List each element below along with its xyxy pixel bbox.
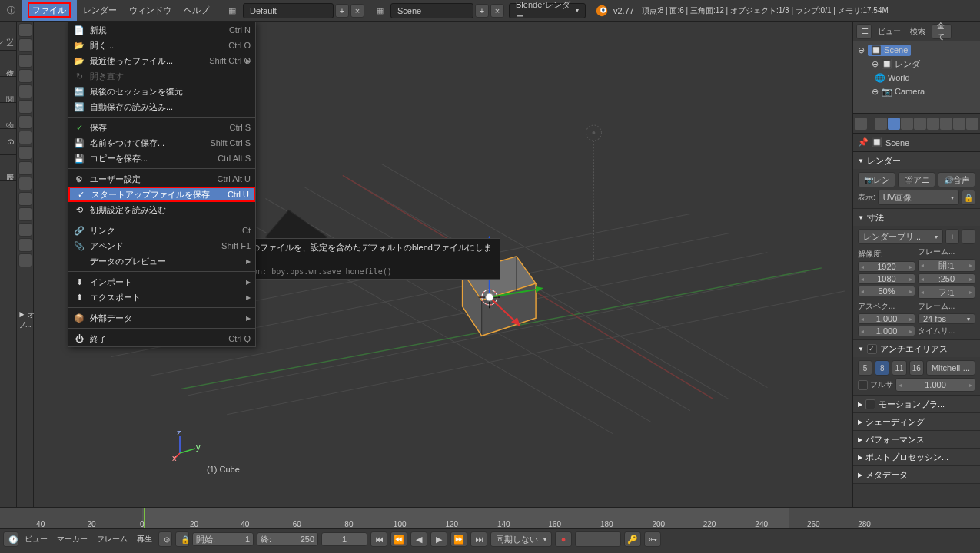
timeline-editor-icon[interactable]: 🕐 — [3, 531, 18, 547]
tool-button[interactable] — [18, 207, 32, 221]
engine-dropdown[interactable]: Blenderレンダー▾ — [509, 3, 586, 18]
preset-add[interactable]: + — [945, 229, 959, 244]
panel-header-performance[interactable]: ▶パフォーマンス — [853, 431, 980, 448]
tool-button[interactable] — [18, 100, 32, 114]
menu-item-external[interactable]: 📦外部データ▶ — [68, 310, 255, 326]
menu-item-export[interactable]: ⬆エクスポート▶ — [68, 290, 255, 305]
keyframe-next-button[interactable]: ⏩ — [450, 531, 467, 547]
sync-dropdown[interactable]: 同期しない▾ — [490, 531, 552, 547]
tab-relations[interactable]: 関 — [0, 77, 16, 103]
frame-start-field[interactable]: ◂開: 1▸ — [918, 259, 975, 272]
menu-item-save[interactable]: ✓保存Ctrl S — [68, 120, 255, 135]
res-y-field[interactable]: ◂1080▸ — [858, 273, 915, 284]
timeline-ruler[interactable]: -40 -20 0 20 40 60 80 100 120 140 160 18… — [0, 508, 980, 529]
fullsample-checkbox[interactable] — [858, 380, 868, 390]
tool-button[interactable] — [18, 253, 32, 267]
res-percent-field[interactable]: ◂50%▸ — [858, 286, 915, 296]
menu-item-new[interactable]: 📄新規Ctrl N — [68, 22, 255, 38]
props-tab-render[interactable] — [875, 118, 887, 130]
outliner-editor-icon[interactable]: ☰ — [856, 24, 872, 39]
outliner[interactable]: ⊖🔲 Scene ⊕🔲 レンダ 🌐 World ⊕📷 Camera — [853, 41, 980, 114]
tool-button[interactable] — [18, 23, 32, 37]
props-tab-data[interactable] — [966, 118, 978, 130]
menu-item-import[interactable]: ⬇インポート▶ — [68, 274, 255, 290]
tl-range-icon[interactable]: ⊙ — [158, 531, 172, 547]
tool-button[interactable] — [18, 223, 32, 237]
tool-button[interactable] — [18, 131, 32, 144]
aa-size-field[interactable]: ◂1.000▸ — [895, 378, 975, 392]
tool-button[interactable] — [18, 115, 32, 129]
menu-item-load-factory[interactable]: ⟲初期設定を読み込む — [68, 202, 255, 217]
tool-button[interactable] — [18, 192, 32, 206]
res-x-field[interactable]: ◂1920▸ — [858, 261, 915, 272]
tl-playback[interactable]: 再生 — [134, 534, 155, 545]
play-button[interactable]: ▶ — [430, 531, 447, 547]
outliner-view[interactable]: ビュー — [875, 26, 904, 37]
tool-button[interactable] — [18, 38, 32, 52]
scene-browse-icon[interactable]: ▦ — [370, 2, 389, 20]
lock-interface[interactable]: 🔒 — [962, 190, 975, 205]
tool-button[interactable] — [18, 177, 32, 190]
aa-checkbox[interactable] — [867, 344, 877, 354]
tab-history[interactable]: 履歴 — [0, 155, 16, 181]
aa-11[interactable]: 11 — [892, 360, 906, 376]
layout-field[interactable]: Default — [243, 3, 334, 18]
panel-header-aa[interactable]: ▼アンチエイリアス — [853, 340, 980, 357]
menu-item-user-prefs[interactable]: ⚙ユーザー設定Ctrl Alt U — [68, 171, 255, 187]
tl-marker[interactable]: マーカー — [54, 534, 91, 545]
menu-item-append[interactable]: 📎アペンドShift F1 — [68, 238, 255, 253]
editor-type-icon[interactable]: ⓘ — [2, 2, 20, 20]
menu-item-link[interactable]: 🔗リンクCt — [68, 223, 255, 238]
props-tab-world[interactable] — [914, 118, 926, 130]
jump-end-button[interactable]: ⏭ — [470, 531, 487, 547]
menu-item-data-preview[interactable]: データのプレビュー▶ — [68, 253, 255, 269]
menu-item-recent[interactable]: 📂最近使ったファイル...Shift Ctrl O▶ — [68, 53, 255, 68]
aa-16[interactable]: 16 — [909, 360, 924, 376]
outliner-row-world[interactable]: 🌐 World — [855, 71, 978, 84]
outliner-filter[interactable]: 全て — [932, 24, 952, 39]
panel-header-postproc[interactable]: ▶ポストプロセッシン... — [853, 449, 980, 465]
tl-view[interactable]: ビュー — [22, 534, 51, 545]
aa-5[interactable]: 5 — [858, 360, 872, 376]
key-delete-button[interactable]: 🗝 — [644, 531, 661, 547]
layout-browse-icon[interactable]: ▦ — [223, 2, 241, 20]
current-frame-field[interactable]: 1 — [321, 532, 367, 546]
menu-item-save-as[interactable]: 💾名前をつけて保存...Shift Ctrl S — [68, 135, 255, 151]
tool-button[interactable] — [18, 238, 32, 252]
props-tab-render-layers[interactable] — [888, 118, 900, 130]
props-tab-modifiers[interactable] — [953, 118, 965, 130]
render-preset-dropdown[interactable]: レンダープリ...▾ — [858, 229, 943, 244]
render-anim-button[interactable]: 🎬アニ — [898, 172, 935, 187]
layout-add-button[interactable]: + — [335, 4, 349, 18]
scene-remove-button[interactable]: × — [490, 4, 504, 18]
tool-button[interactable] — [18, 69, 32, 83]
keyframe-prev-button[interactable]: ⏪ — [390, 531, 407, 547]
render-button[interactable]: 📷レン — [858, 172, 895, 187]
tl-frame[interactable]: フレーム — [94, 534, 131, 545]
outliner-row-camera[interactable]: ⊕📷 Camera — [855, 84, 978, 98]
scene-field[interactable]: Scene — [390, 3, 473, 18]
menu-item-quit[interactable]: ⏻終了Ctrl Q — [68, 331, 255, 346]
menu-item-recover-last[interactable]: 🔙最後のセッションを復元 — [68, 84, 255, 99]
operator-panel-collapsed[interactable]: ▶ オブ... — [18, 310, 35, 330]
outliner-row-render[interactable]: ⊕🔲 レンダ — [855, 57, 978, 71]
display-mode-dropdown[interactable]: UV画像▾ — [878, 190, 959, 205]
preset-remove[interactable]: − — [962, 229, 975, 244]
menu-file[interactable]: ファイル — [22, 0, 77, 21]
menu-help[interactable]: ヘルプ — [178, 0, 215, 21]
aspect-x-field[interactable]: ◂1.000▸ — [858, 313, 915, 324]
menu-item-save-copy[interactable]: 💾コピーを保存...Ctrl Alt S — [68, 151, 255, 166]
tool-button[interactable] — [18, 146, 32, 160]
tl-lock-icon[interactable]: 🔒 — [175, 531, 189, 547]
aspect-y-field[interactable]: ◂1.000▸ — [858, 326, 915, 336]
outliner-search[interactable]: 検索 — [907, 26, 929, 37]
fps-dropdown[interactable]: 24 fps▾ — [918, 313, 975, 324]
play-reverse-button[interactable]: ◀ — [410, 531, 427, 547]
tab-grease[interactable]: G — [0, 129, 16, 155]
menu-window[interactable]: ウィンドウ — [123, 0, 178, 21]
props-tab-scene[interactable] — [901, 118, 913, 130]
keying-set-dropdown[interactable] — [575, 531, 621, 547]
outliner-row-scene[interactable]: ⊖🔲 Scene — [855, 43, 978, 57]
panel-header-dimensions[interactable]: ▼寸法 — [853, 209, 980, 226]
props-tab-constraints[interactable] — [940, 118, 952, 130]
